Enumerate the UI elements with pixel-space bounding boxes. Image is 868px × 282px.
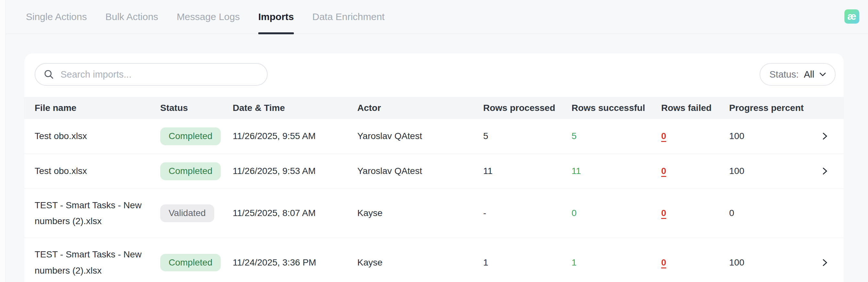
chevron-right-icon xyxy=(820,132,829,140)
cell-file-name: Test obo.xlsx xyxy=(35,128,158,144)
col-header-progress-percent: Progress percent xyxy=(729,103,810,113)
status-badge: Completed xyxy=(160,162,221,180)
tab-bar: Single Actions Bulk Actions Message Logs… xyxy=(0,0,868,34)
status-badge: Completed xyxy=(160,128,221,145)
search-icon xyxy=(44,69,54,79)
rows-failed-link[interactable]: 0 xyxy=(661,208,666,218)
col-header-status: Status xyxy=(160,103,233,113)
rows-failed-link[interactable]: 0 xyxy=(661,131,666,141)
status-filter-value: All xyxy=(804,69,814,80)
cell-progress-percent: 100 xyxy=(729,257,810,268)
tab-imports[interactable]: Imports xyxy=(258,0,294,34)
cell-actor: Yaroslav QAtest xyxy=(357,166,483,176)
cell-file-name: TEST - Smart Tasks - New numbers (2).xls… xyxy=(35,246,158,279)
rows-failed-link[interactable]: 0 xyxy=(661,257,666,268)
cell-date-time: 11/25/2025, 8:07 AM xyxy=(233,208,357,218)
col-header-rows-successful: Rows successful xyxy=(571,103,661,113)
cell-rows-successful: 5 xyxy=(571,131,661,141)
rows-failed-link[interactable]: 0 xyxy=(661,166,666,176)
col-header-actor: Actor xyxy=(357,103,483,113)
cell-file-name: TEST - Smart Tasks - New numbers (2).xls… xyxy=(35,197,158,230)
cell-date-time: 11/26/2025, 9:55 AM xyxy=(233,131,357,141)
cell-date-time: 11/26/2025, 9:53 AM xyxy=(233,166,357,176)
cell-actor: Kayse xyxy=(357,208,483,218)
chevron-right-icon xyxy=(820,167,829,175)
chevron-right-icon xyxy=(820,258,829,267)
tab-message-logs[interactable]: Message Logs xyxy=(177,0,240,34)
table-header-row: File name Status Date & Time Actor Rows … xyxy=(24,97,844,119)
row-detail-button[interactable] xyxy=(819,131,830,142)
cell-rows-successful: 0 xyxy=(571,208,661,218)
cell-actor: Kayse xyxy=(357,257,483,268)
cell-rows-processed: 5 xyxy=(483,131,571,141)
imports-toolbar: Status: All xyxy=(24,54,844,86)
status-badge: Completed xyxy=(160,254,221,272)
col-header-rows-failed: Rows failed xyxy=(661,103,729,113)
cell-file-name: Test obo.xlsx xyxy=(35,163,158,179)
tab-bulk-actions[interactable]: Bulk Actions xyxy=(105,0,158,34)
search-imports-input[interactable] xyxy=(61,65,267,84)
row-detail-button[interactable] xyxy=(819,166,830,177)
cell-rows-successful: 1 xyxy=(571,257,661,268)
imports-table: File name Status Date & Time Actor Rows … xyxy=(24,97,844,282)
collapsed-sidebar-rail xyxy=(0,0,6,282)
status-filter-label: Status: xyxy=(769,69,798,80)
cell-date-time: 11/24/2025, 3:36 PM xyxy=(233,257,357,268)
cell-actor: Yaroslav QAtest xyxy=(357,131,483,141)
cell-progress-percent: 0 xyxy=(729,208,810,218)
cell-rows-processed: 11 xyxy=(483,166,571,176)
table-row[interactable]: TEST - Smart Tasks - New numbers (2).xls… xyxy=(24,238,844,282)
cell-progress-percent: 100 xyxy=(729,131,810,141)
status-badge: Validated xyxy=(160,204,214,222)
table-row[interactable]: TEST - Smart Tasks - New numbers (2).xls… xyxy=(24,188,844,238)
col-header-file-name: File name xyxy=(35,103,160,113)
col-header-rows-processed: Rows processed xyxy=(483,103,571,113)
imports-panel: Status: All File name Status Date & Time… xyxy=(24,54,844,282)
table-row[interactable]: Test obo.xlsx Completed 11/26/2025, 9:55… xyxy=(24,119,844,153)
cell-progress-percent: 100 xyxy=(729,166,810,176)
status-filter-dropdown[interactable]: Status: All xyxy=(760,63,836,86)
app-logo-badge[interactable]: æ xyxy=(844,9,859,24)
search-imports-box[interactable] xyxy=(35,63,268,86)
tab-single-actions[interactable]: Single Actions xyxy=(26,0,87,34)
cell-rows-processed: - xyxy=(483,208,571,218)
chevron-down-icon xyxy=(819,72,826,76)
tab-data-enrichment[interactable]: Data Enrichment xyxy=(312,0,384,34)
table-row[interactable]: Test obo.xlsx Completed 11/26/2025, 9:53… xyxy=(24,153,844,188)
row-detail-button[interactable] xyxy=(819,257,830,268)
col-header-date-time: Date & Time xyxy=(233,103,357,113)
cell-rows-processed: 1 xyxy=(483,257,571,268)
cell-rows-successful: 11 xyxy=(571,166,661,176)
